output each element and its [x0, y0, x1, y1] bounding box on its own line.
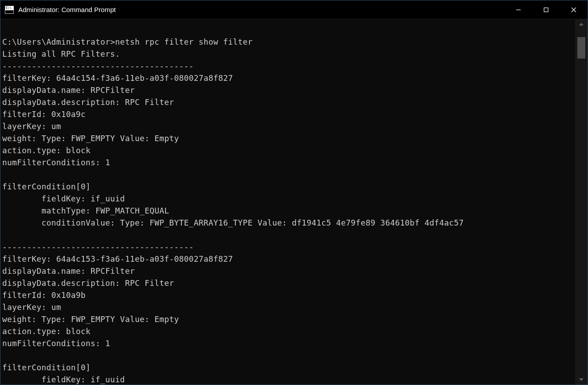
scroll-up-button[interactable]: [575, 19, 588, 29]
cmd-icon: C:\: [5, 6, 14, 14]
minimize-button[interactable]: [505, 0, 532, 19]
content-area: C:\Users\Administrator>netsh rpc filter …: [0, 19, 588, 385]
titlebar[interactable]: C:\ Administrator: Command Prompt: [0, 0, 588, 19]
maximize-button[interactable]: [532, 0, 560, 19]
close-button[interactable]: [560, 0, 588, 19]
scroll-down-button[interactable]: [575, 375, 588, 385]
window-title: Administrator: Command Prompt: [18, 6, 116, 13]
window-controls: [505, 0, 588, 19]
svg-rect-1: [544, 8, 548, 12]
terminal-text[interactable]: C:\Users\Administrator>netsh rpc filter …: [2, 24, 573, 385]
command-prompt-window: C:\ Administrator: Command Prompt C:\Use…: [0, 0, 588, 385]
terminal-output[interactable]: C:\Users\Administrator>netsh rpc filter …: [0, 19, 575, 385]
titlebar-left: C:\ Administrator: Command Prompt: [0, 6, 116, 14]
vertical-scrollbar[interactable]: [575, 19, 588, 385]
scroll-thumb[interactable]: [577, 37, 585, 59]
